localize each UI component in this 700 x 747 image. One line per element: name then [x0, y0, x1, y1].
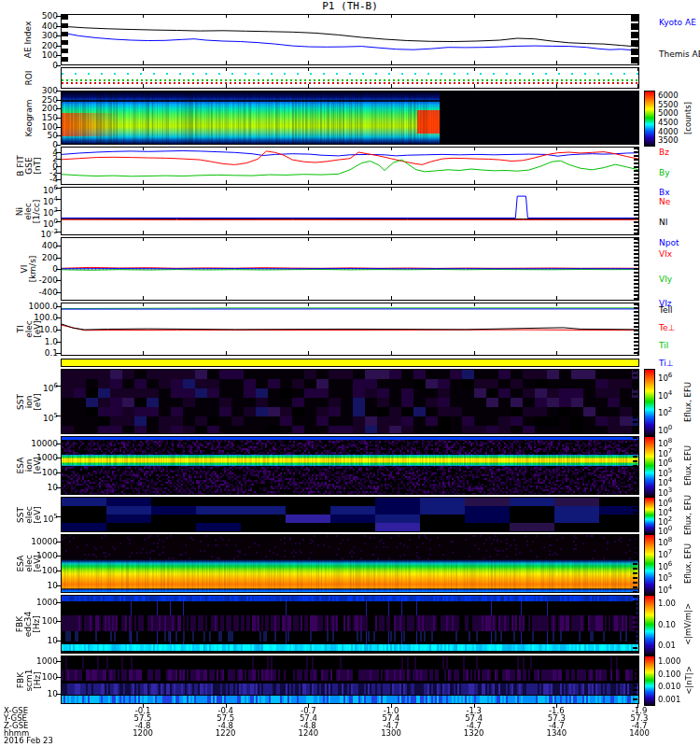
x-tick — [308, 296, 309, 300]
legend-Ti: Ti⊥ — [659, 359, 674, 368]
y-tick-mark — [56, 199, 61, 200]
x-tick — [391, 148, 392, 150]
date-label: 2016 Feb 23 — [4, 737, 53, 745]
legend-VIx: VIx — [659, 250, 672, 259]
panel-keo — [61, 91, 639, 145]
x-axis-value: 1400 — [619, 729, 660, 738]
x-tick — [474, 303, 475, 306]
series-KyotoAE — [62, 33, 638, 52]
y-tick-mark — [56, 26, 61, 27]
y-tick-label: 106 — [17, 184, 58, 195]
x-tick — [143, 61, 144, 64]
y-tick-label: 100 — [17, 123, 58, 132]
y-tick-mark — [56, 246, 61, 247]
y-tick-mark — [56, 542, 61, 543]
x-tick — [143, 15, 144, 18]
x-tick — [226, 68, 227, 71]
colorbar — [644, 534, 655, 595]
edge-ticks — [634, 303, 638, 355]
x-tick — [308, 188, 309, 190]
x-tick — [556, 351, 557, 355]
plot-title: P1 (TH-B) — [0, 2, 700, 10]
x-tick — [474, 84, 475, 88]
y-tick-label: 100 — [17, 51, 58, 60]
y-tick-label: 1000 — [17, 454, 58, 462]
series-ThemisAE — [62, 26, 638, 47]
edge-ticks — [633, 596, 637, 653]
roi-upper-dots — [62, 73, 638, 75]
y-tick-mark — [56, 127, 61, 128]
x-tick — [226, 188, 227, 190]
colorbar-tick-label: 0.010 — [658, 683, 680, 691]
x-axis-value: 1320 — [454, 729, 495, 738]
x-tick — [143, 68, 144, 71]
y-tick-mark — [56, 179, 61, 180]
x-tick — [226, 84, 227, 88]
x-tick — [226, 15, 227, 18]
panel-roi — [61, 67, 639, 89]
x-tick — [556, 296, 557, 300]
colorbar-tick-label: 4000 — [658, 128, 679, 136]
x-tick — [474, 180, 475, 184]
colorbar-tick-label: 107 — [658, 548, 672, 559]
line-plot — [62, 148, 638, 184]
y-tick-label: 400 — [17, 242, 58, 250]
x-tick — [143, 303, 144, 306]
legend-Ne: Ne — [659, 198, 670, 206]
panel-ti — [61, 303, 639, 356]
colorbar-tick-label: 104 — [658, 389, 672, 401]
x-tick — [556, 68, 557, 71]
x-tick — [391, 180, 392, 184]
x-tick — [474, 188, 475, 190]
y-tick-label: 100 — [17, 469, 58, 477]
edge-ticks — [633, 535, 637, 592]
legend-Tell: Tell — [659, 306, 673, 315]
y-tick-mark — [56, 135, 61, 136]
x-tick — [556, 188, 557, 190]
x-tick — [556, 180, 557, 184]
y-tick-mark — [56, 292, 61, 293]
y-tick-mark — [56, 342, 61, 343]
x-tick — [556, 303, 557, 306]
x-tick — [474, 351, 475, 355]
y-tick-label: 100 — [17, 673, 58, 682]
y-tick-mark — [56, 280, 61, 281]
x-axis-value: 1220 — [205, 729, 246, 738]
colorbar-title: <|mV/m|> — [679, 595, 698, 654]
x-tick — [391, 238, 392, 241]
x-tick — [556, 231, 557, 234]
edge-ticks — [633, 498, 637, 531]
y-tick-label: 105 — [17, 412, 58, 423]
edge-ticks — [634, 148, 638, 184]
line-plot — [62, 188, 638, 234]
colorbar-tick-label: 0.100 — [658, 670, 680, 679]
y-tick-label: 100 — [17, 218, 58, 229]
y-tick-mark — [56, 100, 61, 101]
x-tick — [143, 180, 144, 184]
x-tick — [474, 231, 475, 234]
colorbar-title-text: Eflux, EFU — [685, 381, 693, 421]
series-By — [62, 160, 638, 176]
y-tick-label: 10 — [17, 637, 58, 645]
colorbar-title: Eflux, EFU — [679, 534, 698, 593]
panel-ni — [61, 187, 639, 235]
y-tick-mark — [56, 353, 61, 354]
colorbar-tick-label: 105 — [658, 571, 672, 583]
spectrogram-esa_ion — [62, 437, 638, 494]
axis-label-text: SSTion[eV] — [17, 393, 42, 411]
colorbar-title: Eflux, EFU — [679, 369, 698, 434]
x-tick — [556, 148, 557, 150]
x-tick — [308, 231, 309, 234]
line-plot — [62, 238, 638, 300]
colorbar-tick-label: 5000 — [658, 109, 679, 118]
x-tick — [143, 296, 144, 300]
panel-fbk_e — [61, 595, 639, 654]
spectrogram-sst_elec — [62, 498, 638, 531]
y-tick-label: 0.1 — [17, 349, 58, 358]
panel-esa_i — [61, 436, 639, 495]
axis-label: SSTion[eV] — [0, 369, 58, 434]
line-plot — [62, 15, 638, 64]
y-tick-label: 104 — [17, 195, 58, 206]
y-tick-label: 50 — [17, 132, 58, 140]
legend-Bx: Bx — [659, 189, 670, 197]
